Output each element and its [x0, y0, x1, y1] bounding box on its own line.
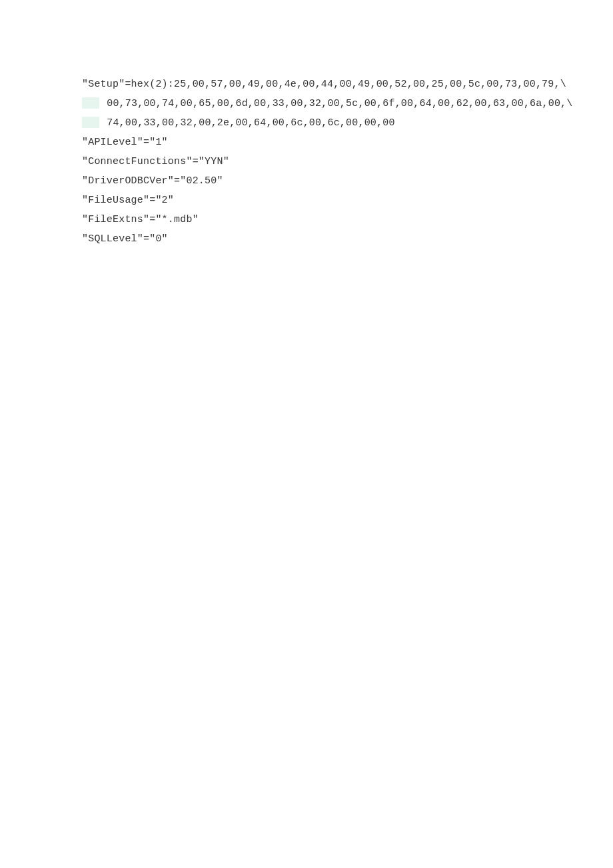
code-line: "APILevel"="1": [82, 133, 600, 152]
code-text: 00,73,00,74,00,65,00,6d,00,33,00,32,00,5…: [107, 98, 572, 109]
code-line: "FileUsage"="2": [82, 191, 600, 210]
code-line: "SQLLevel"="0": [82, 229, 600, 249]
code-line: "DriverODBCVer"="02.50": [82, 171, 600, 191]
indent-marker: [82, 97, 99, 109]
code-line: 74,00,33,00,32,00,2e,00,64,00,6c,00,6c,0…: [82, 113, 600, 133]
indent-marker: [82, 117, 99, 128]
code-line: "Setup"=hex(2):25,00,57,00,49,00,4e,00,4…: [82, 75, 600, 94]
code-line: 00,73,00,74,00,65,00,6d,00,33,00,32,00,5…: [82, 94, 600, 113]
code-line: "ConnectFunctions"="YYN": [82, 152, 600, 171]
document-page: "Setup"=hex(2):25,00,57,00,49,00,4e,00,4…: [0, 0, 613, 249]
code-line: "FileExtns"="*.mdb": [82, 210, 600, 229]
code-text: 74,00,33,00,32,00,2e,00,64,00,6c,00,6c,0…: [107, 117, 394, 129]
